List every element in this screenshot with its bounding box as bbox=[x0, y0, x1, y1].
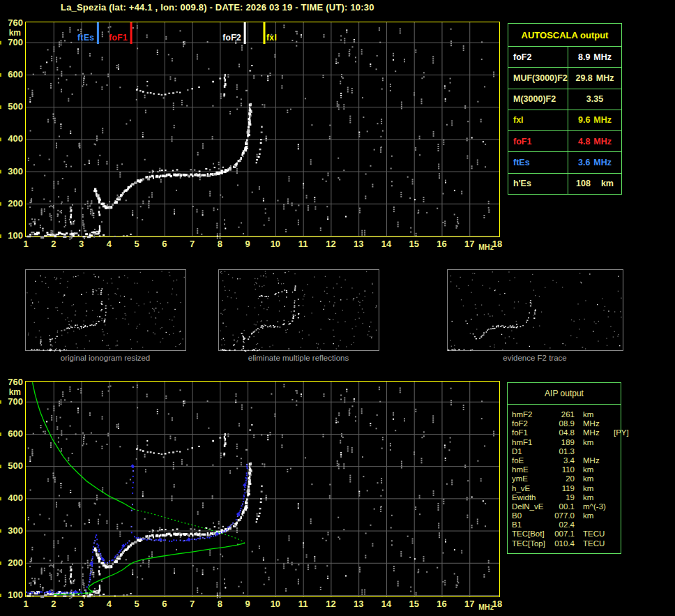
axis-labels: 760700600500400300200100km12345678910111… bbox=[8, 17, 502, 251]
aip-cell-note bbox=[614, 456, 621, 465]
aip-cell-value: 261 bbox=[552, 410, 575, 419]
grid bbox=[25, 381, 499, 596]
plot-border bbox=[26, 382, 500, 597]
autoscala-row-value: 3.35 bbox=[568, 89, 621, 110]
aip-cell-unit bbox=[583, 447, 614, 456]
aip-row-DelN_vE: DelN_vE00.1m^(-3) bbox=[512, 502, 621, 511]
aip-cell-unit: km bbox=[583, 511, 614, 520]
aip-cell-unit: km bbox=[583, 438, 614, 447]
aip-cell-label: foE bbox=[512, 456, 552, 465]
aip-cell-label: hmF1 bbox=[512, 438, 552, 447]
autoscala-row-value: 3.6MHz bbox=[568, 152, 621, 172]
autoscala-row-label: M(3000)F2 bbox=[508, 89, 568, 110]
aip-row-D1: D101.3 bbox=[512, 447, 621, 456]
y-tick-label: 400 bbox=[8, 133, 23, 144]
autoscala-row-value: 29.8MHz bbox=[568, 68, 621, 88]
aip-cell-label: ymE bbox=[512, 474, 552, 483]
x-tick-label: 15 bbox=[409, 599, 418, 609]
aip-cell-note bbox=[614, 502, 621, 511]
aip-row-h_vE: h_vE119km bbox=[512, 484, 621, 493]
x-axis-unit: MHz bbox=[478, 603, 494, 611]
x-tick-label: 18 bbox=[492, 599, 502, 609]
x-tick-label: 16 bbox=[437, 239, 446, 249]
marker-foF1: foF1 bbox=[109, 22, 131, 44]
bottom-ionogram: 760700600500400300200100km12345678910111… bbox=[0, 377, 502, 611]
autoscala-row-label: foF2 bbox=[508, 47, 568, 67]
marker-label: ftEs bbox=[77, 33, 94, 43]
x-tick-label: 5 bbox=[134, 239, 139, 249]
x-tick-label: 11 bbox=[298, 599, 308, 609]
aip-cell-value: 007.1 bbox=[552, 529, 575, 539]
x-axis-unit: MHz bbox=[478, 243, 494, 251]
x-tick-label: 4 bbox=[107, 599, 112, 609]
aip-table-header: AIP output bbox=[508, 383, 621, 405]
aip-cell-note bbox=[614, 474, 621, 483]
x-tick-label: 14 bbox=[381, 599, 392, 609]
autoscala-row-ftEs: ftEs3.6MHz bbox=[508, 151, 621, 172]
autoscala-row-foF2: foF28.9MHz bbox=[508, 46, 621, 67]
y-tick-label: 100 bbox=[8, 589, 23, 600]
aip-cell-label: B1 bbox=[512, 520, 552, 529]
thumbnail-original-ionogram bbox=[26, 270, 186, 352]
x-tick-label: 17 bbox=[464, 239, 474, 249]
thumbnail-eliminate-reflections bbox=[219, 270, 379, 352]
aip-cell-label: Ewidth bbox=[512, 493, 552, 502]
aip-row-ymE: ymE20km bbox=[512, 474, 621, 483]
aip-cell-unit: TECU bbox=[583, 539, 614, 548]
aip-cell-value: 110 bbox=[552, 465, 575, 474]
y-tick-label: 600 bbox=[8, 69, 23, 80]
x-tick-label: 2 bbox=[51, 239, 56, 249]
aip-cell-label: TEC[Bot] bbox=[512, 529, 552, 539]
autoscala-table-header: AUTOSCALA output bbox=[508, 24, 621, 46]
autoscala-row-value: 4.8MHz bbox=[568, 131, 621, 151]
aip-cell-value: 077.0 bbox=[552, 511, 575, 520]
y-tick-label: 760 bbox=[8, 377, 23, 387]
autoscala-row-fxI: fxI9.6MHz bbox=[508, 110, 621, 130]
aip-cell-label: foF2 bbox=[512, 419, 552, 428]
y-tick-label: 200 bbox=[8, 557, 23, 568]
marker-label: foF1 bbox=[109, 33, 128, 43]
autoscala-row-foF1: foF14.8MHz bbox=[508, 130, 621, 151]
aip-cell-label: foF1 bbox=[512, 428, 552, 437]
x-tick-label: 6 bbox=[162, 599, 167, 609]
aip-output-table: AIP output hmF2261kmfoF208.9MHzfoF104.8M… bbox=[507, 382, 621, 554]
echo-trace bbox=[26, 424, 262, 598]
x-tick-label: 12 bbox=[326, 239, 335, 249]
aip-cell-unit: km bbox=[583, 484, 614, 493]
autoscala-row-value: 8.9MHz bbox=[568, 47, 621, 67]
x-tick-label: 13 bbox=[354, 239, 363, 249]
x-tick-label: 10 bbox=[271, 599, 280, 609]
x-tick-label: 8 bbox=[218, 599, 222, 609]
aip-cell-value: 01.3 bbox=[552, 447, 575, 456]
aip-row-Ewidth: Ewidth19km bbox=[512, 493, 621, 502]
x-tick-label: 9 bbox=[245, 239, 250, 249]
y-axis-unit: km bbox=[9, 28, 21, 38]
aip-cell-unit: km bbox=[583, 410, 614, 419]
y-tick-label: 400 bbox=[8, 493, 23, 503]
aip-cell-note bbox=[614, 511, 621, 520]
thumbnail-caption-eliminate: eliminate multiple reflections bbox=[218, 354, 379, 362]
echo-trace bbox=[26, 65, 262, 239]
aip-cell-unit: m^(-3) bbox=[583, 502, 614, 511]
aip-cell-value: 19 bbox=[552, 493, 575, 502]
x-tick-label: 15 bbox=[409, 239, 418, 249]
x-tick-label: 1 bbox=[23, 239, 28, 249]
autoscala-row-h'Es: h'Es108km bbox=[508, 173, 621, 194]
aip-cell-note bbox=[614, 529, 621, 539]
aip-row-foE: foE3.4MHz bbox=[512, 456, 621, 465]
aip-row-hmF1: hmF1189km bbox=[512, 438, 621, 447]
x-tick-label: 18 bbox=[492, 239, 502, 249]
x-tick-label: 6 bbox=[162, 239, 167, 249]
x-tick-label: 9 bbox=[245, 599, 250, 609]
aip-cell-unit: km bbox=[583, 474, 614, 483]
x-tick-label: 16 bbox=[437, 599, 446, 609]
x-tick-label: 4 bbox=[107, 239, 112, 249]
x-tick-label: 2 bbox=[51, 599, 56, 609]
aip-cell-value: 04.8 bbox=[552, 428, 575, 437]
y-tick-label: 500 bbox=[8, 101, 23, 112]
x-tick-label: 17 bbox=[464, 599, 474, 609]
y-axis-unit: km bbox=[9, 387, 21, 397]
aip-cell-unit: km bbox=[583, 493, 614, 502]
aip-row-hmF2: hmF2261km bbox=[512, 410, 621, 419]
x-tick-label: 5 bbox=[134, 599, 139, 609]
